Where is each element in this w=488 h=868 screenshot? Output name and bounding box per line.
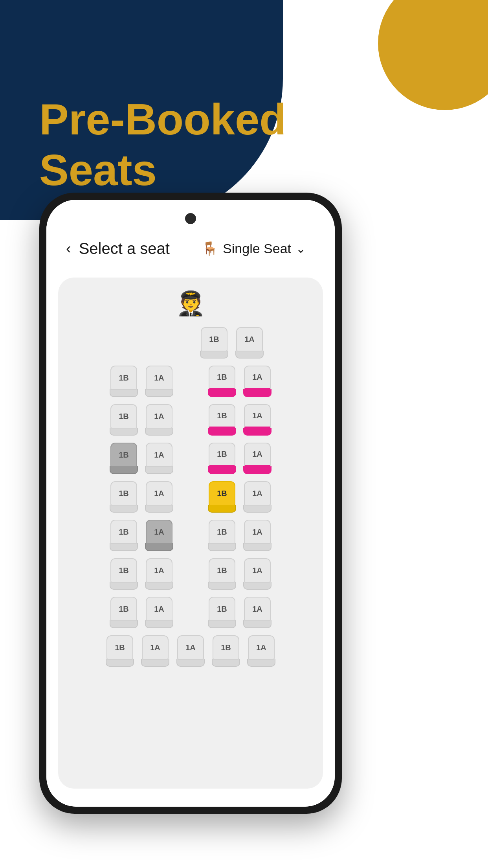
seat-1B-r0[interactable]: 1B (198, 325, 230, 360)
seat-1B-r4-L[interactable]: 1B (108, 479, 139, 515)
seat-1B-r6-L[interactable]: 1B (108, 556, 139, 592)
cockpit-row: 🧑‍✈️ (66, 289, 315, 317)
table-row: 1B 1A 1B 1A (66, 479, 315, 515)
table-row: 1B 1A 1B 1A (66, 402, 315, 438)
seat-1A-r0[interactable]: 1A (234, 325, 265, 360)
seat-back: 1B (110, 443, 137, 467)
seat-base (243, 428, 272, 436)
app-content: ‹ Select a seat 🪑 Single Seat ⌄ 🧑‍✈️ (46, 200, 335, 807)
seat-1A-r8-2[interactable]: 1A (139, 633, 171, 669)
seat-1A-r7-L[interactable]: 1A (143, 595, 175, 630)
seat-1B-r7-R[interactable]: 1B (206, 595, 238, 630)
seat-back: 1A (244, 481, 271, 506)
seat-back: 1B (110, 597, 137, 621)
seat-1A-r1-L[interactable]: 1A (143, 364, 175, 399)
seat-back: 1A (146, 520, 172, 544)
table-row: 1B 1A 1B 1A (66, 518, 315, 553)
seat-base (243, 505, 272, 513)
seat-1A-r4-R[interactable]: 1A (242, 479, 273, 515)
seat-base (247, 659, 275, 667)
seat-1A-r3-R[interactable]: 1A (242, 441, 273, 476)
app-header: ‹ Select a seat 🪑 Single Seat ⌄ (46, 200, 335, 274)
seat-back: 1A (146, 481, 172, 506)
seat-base (208, 466, 236, 474)
camera-dot (185, 213, 196, 224)
seat-base (110, 505, 138, 513)
seat-base (208, 543, 236, 551)
table-row: 1B 1A 1B 1A (66, 364, 315, 399)
seat-base (208, 389, 236, 397)
seat-base (208, 582, 236, 590)
seat-1A-r6-R[interactable]: 1A (242, 556, 273, 592)
back-button[interactable]: ‹ (66, 240, 71, 257)
seat-1A-r5-R[interactable]: 1A (242, 518, 273, 553)
seat-1A-r2-R[interactable]: 1A (242, 402, 273, 438)
seat-back: 1B (110, 481, 137, 506)
seat-1B-r4-R-selected[interactable]: 1B (206, 479, 238, 515)
seat-base (200, 351, 228, 359)
seat-1B-r1-R[interactable]: 1B (206, 364, 238, 399)
seat-1A-r6-L[interactable]: 1A (143, 556, 175, 592)
seat-1A-r4-L[interactable]: 1A (143, 479, 175, 515)
seat-1B-r6-R[interactable]: 1B (206, 556, 238, 592)
seat-1B-r8-4[interactable]: 1B (210, 633, 242, 669)
seat-back: 1B (209, 597, 235, 621)
seat-1B-r2-L[interactable]: 1B (108, 402, 139, 438)
seat-1A-r5-L[interactable]: 1A (143, 518, 175, 553)
phone-screen: ‹ Select a seat 🪑 Single Seat ⌄ 🧑‍✈️ (46, 200, 335, 807)
seat-1B-r5-L[interactable]: 1B (108, 518, 139, 553)
seat-back: 1A (244, 520, 271, 544)
seat-base (176, 659, 205, 667)
seat-1A-r8-3[interactable]: 1A (175, 633, 206, 669)
chevron-down-icon: ⌄ (296, 242, 306, 256)
seat-1A-r8-5[interactable]: 1A (246, 633, 277, 669)
seat-back: 1B (209, 481, 235, 506)
seat-base (110, 582, 138, 590)
seat-base (110, 428, 138, 436)
seat-base (208, 620, 236, 628)
seat-back: 1A (146, 443, 172, 467)
seat-1B-r3-L[interactable]: 1B (108, 441, 139, 476)
seat-back: 1A (244, 597, 271, 621)
seat-base (145, 505, 173, 513)
seat-back: 1B (106, 635, 133, 660)
seat-1B-r7-L[interactable]: 1B (108, 595, 139, 630)
seat-mode-label: Single Seat (223, 241, 291, 256)
background-gold-circle (378, 0, 488, 110)
seat-base (145, 466, 173, 474)
seat-1A-r3-L[interactable]: 1A (143, 441, 175, 476)
seat-map-container: 🧑‍✈️ 1B 1A (58, 278, 323, 789)
seat-1B-r5-R[interactable]: 1B (206, 518, 238, 553)
seat-base (208, 428, 236, 436)
seat-back: 1B (209, 443, 235, 467)
seat-1B-r3-R[interactable]: 1B (206, 441, 238, 476)
seat-1B-r2-R[interactable]: 1B (206, 402, 238, 438)
table-row: 1B 1A 1B 1A (66, 556, 315, 592)
header-left: ‹ Select a seat (66, 240, 170, 257)
seat-back: 1A (244, 443, 271, 467)
seat-1B-r8-1[interactable]: 1B (104, 633, 136, 669)
seat-1A-r2-L[interactable]: 1A (143, 402, 175, 438)
seat-base (110, 543, 138, 551)
seat-back: 1B (201, 327, 227, 351)
seat-back: 1B (213, 635, 239, 660)
seat-base (145, 582, 173, 590)
seat-back: 1A (244, 404, 271, 428)
seat-base (145, 543, 173, 551)
table-row: 1B 1A 1B 1A (66, 595, 315, 630)
seat-1B-r1-L[interactable]: 1B (108, 364, 139, 399)
seat-back: 1A (236, 327, 263, 351)
seat-1A-r7-R[interactable]: 1A (242, 595, 273, 630)
seat-back: 1B (209, 558, 235, 583)
seat-base (145, 389, 173, 397)
page-headline: Pre-Booked Seats (39, 94, 286, 196)
seat-mode-selector[interactable]: 🪑 Single Seat ⌄ (192, 235, 315, 262)
seat-1A-r1-R[interactable]: 1A (242, 364, 273, 399)
cockpit-icon: 🧑‍✈️ (176, 289, 205, 317)
seat-base (145, 428, 173, 436)
seat-back: 1B (209, 366, 235, 390)
seat-back: 1B (209, 520, 235, 544)
seat-back: 1B (110, 520, 137, 544)
seat-base (110, 389, 138, 397)
seat-back: 1B (110, 404, 137, 428)
